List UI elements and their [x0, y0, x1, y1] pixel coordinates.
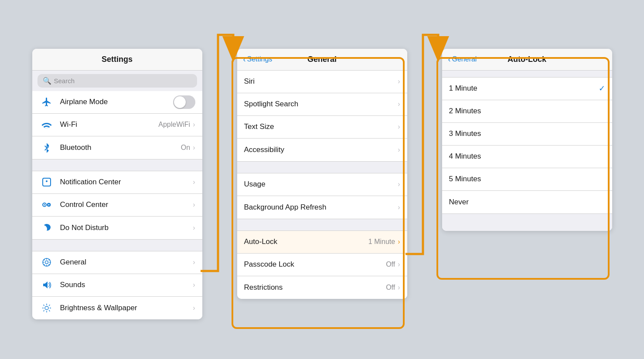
svg-line-22 — [43, 305, 44, 305]
auto-lock-back-label: General — [452, 55, 477, 63]
airplane-mode-label: Airplane Mode — [60, 98, 173, 106]
general-section-3: Auto-Lock 1 Minute › Passcode Lock Off ›… — [237, 231, 407, 299]
settings-header: Settings — [32, 49, 202, 71]
restrictions-value: Off — [386, 284, 395, 291]
2-minutes-label: 2 Minutes — [449, 107, 605, 115]
auto-lock-back-chevron-icon: ‹ — [448, 55, 451, 64]
general-section-2: Usage › Background App Refresh › — [237, 173, 407, 219]
svg-line-24 — [49, 305, 50, 305]
auto-lock-never[interactable]: Never — [442, 191, 612, 213]
general-row[interactable]: General › — [32, 251, 202, 274]
1-minute-checkmark: ✓ — [599, 84, 605, 93]
spotlight-search-chevron: › — [398, 100, 400, 108]
general-panel: ‹ Settings General Siri › Spotlight Sear… — [237, 49, 407, 299]
auto-lock-panel-title: Auto-Lock — [508, 55, 546, 64]
auto-lock-value: 1 Minute — [368, 238, 395, 246]
wifi-chevron: › — [193, 121, 195, 129]
general-panel-title: General — [307, 55, 337, 64]
siri-row[interactable]: Siri › — [237, 71, 407, 93]
settings-panel: Settings 🔍 Search Airplane Mode — [32, 49, 202, 319]
auto-lock-4-minutes[interactable]: 4 Minutes — [442, 146, 612, 168]
notification-center-row[interactable]: Notification Center › — [32, 171, 202, 194]
background-app-refresh-chevron: › — [398, 203, 400, 211]
passcode-lock-chevron: › — [398, 261, 400, 268]
do-not-disturb-row[interactable]: Do Not Disturb › — [32, 217, 202, 239]
svg-point-17 — [45, 306, 48, 310]
airplane-mode-row[interactable]: Airplane Mode — [32, 91, 202, 114]
text-size-chevron: › — [398, 123, 400, 131]
control-center-chevron: › — [193, 201, 195, 209]
general-header: ‹ Settings General — [237, 49, 407, 71]
brightness-wallpaper-chevron: › — [193, 304, 195, 312]
general-section-gap-2 — [237, 219, 407, 231]
auto-lock-1-minute[interactable]: 1 Minute ✓ — [442, 78, 612, 100]
control-center-row[interactable]: Control Center › — [32, 194, 202, 217]
svg-line-12 — [44, 259, 44, 260]
general-chevron: › — [193, 258, 195, 266]
notification-center-label: Notification Center — [60, 178, 193, 186]
svg-point-3 — [44, 204, 45, 206]
general-back-button[interactable]: ‹ Settings — [243, 55, 273, 64]
general-icon — [39, 255, 54, 270]
section-gap-1 — [32, 159, 202, 171]
sounds-chevron: › — [193, 281, 195, 289]
back-chevron-icon: ‹ — [243, 55, 246, 64]
bluetooth-row[interactable]: Bluetooth On › — [32, 136, 202, 159]
brightness-wallpaper-row[interactable]: Brightness & Wallpaper › — [32, 297, 202, 319]
svg-line-23 — [49, 310, 50, 311]
settings-title: Settings — [102, 55, 133, 64]
wifi-icon — [39, 117, 54, 132]
notification-center-chevron: › — [193, 178, 195, 186]
passcode-lock-row[interactable]: Passcode Lock Off › — [237, 254, 407, 276]
settings-section-3: General › Sounds › — [32, 251, 202, 319]
background-app-refresh-row[interactable]: Background App Refresh › — [237, 196, 407, 219]
auto-lock-panel: ‹ General Auto-Lock 1 Minute ✓ 2 Minutes… — [442, 49, 612, 231]
bluetooth-label: Bluetooth — [60, 143, 181, 152]
brightness-wallpaper-label: Brightness & Wallpaper — [60, 304, 193, 312]
sounds-icon — [39, 278, 54, 292]
spotlight-search-row[interactable]: Spotlight Search › — [237, 93, 407, 116]
control-center-icon — [39, 197, 54, 212]
auto-lock-5-minutes[interactable]: 5 Minutes — [442, 168, 612, 191]
search-bar[interactable]: 🔍 Search — [32, 71, 202, 91]
passcode-lock-value: Off — [386, 261, 395, 268]
auto-lock-top-gap — [442, 71, 612, 78]
passcode-lock-label: Passcode Lock — [244, 260, 386, 269]
never-label: Never — [449, 198, 605, 207]
settings-section-1: Airplane Mode Wi-Fi AppleWiFi › — [32, 91, 202, 159]
auto-lock-header: ‹ General Auto-Lock — [442, 49, 612, 71]
general-back-label: Settings — [247, 55, 273, 63]
airplane-mode-toggle[interactable] — [173, 95, 195, 109]
auto-lock-3-minutes[interactable]: 3 Minutes — [442, 123, 612, 146]
accessibility-chevron: › — [398, 146, 400, 154]
search-icon: 🔍 — [43, 77, 51, 85]
text-size-row[interactable]: Text Size › — [237, 116, 407, 139]
svg-line-15 — [44, 264, 44, 265]
accessibility-label: Accessibility — [244, 146, 398, 154]
auto-lock-chevron: › — [398, 238, 400, 246]
general-label: General — [60, 258, 193, 267]
accessibility-row[interactable]: Accessibility › — [237, 139, 407, 161]
usage-chevron: › — [398, 180, 400, 188]
auto-lock-back-button[interactable]: ‹ General — [448, 55, 477, 64]
svg-point-7 — [45, 261, 48, 264]
do-not-disturb-chevron: › — [193, 224, 195, 232]
bluetooth-chevron: › — [193, 144, 195, 152]
restrictions-row[interactable]: Restrictions Off › — [237, 276, 407, 299]
auto-lock-row[interactable]: Auto-Lock 1 Minute › — [237, 231, 407, 254]
settings-section-2: Notification Center › Control Center › — [32, 171, 202, 239]
sounds-row[interactable]: Sounds › — [32, 274, 202, 297]
svg-marker-16 — [43, 281, 48, 288]
svg-line-14 — [48, 259, 49, 260]
usage-label: Usage — [244, 180, 398, 189]
control-center-label: Control Center — [60, 200, 193, 209]
auto-lock-2-minutes[interactable]: 2 Minutes — [442, 100, 612, 123]
do-not-disturb-label: Do Not Disturb — [60, 224, 193, 232]
restrictions-chevron: › — [398, 284, 400, 291]
4-minutes-label: 4 Minutes — [449, 152, 605, 161]
brightness-icon — [39, 301, 54, 315]
wifi-label: Wi-Fi — [60, 120, 159, 129]
sounds-label: Sounds — [60, 281, 193, 289]
wifi-row[interactable]: Wi-Fi AppleWiFi › — [32, 114, 202, 136]
usage-row[interactable]: Usage › — [237, 173, 407, 196]
